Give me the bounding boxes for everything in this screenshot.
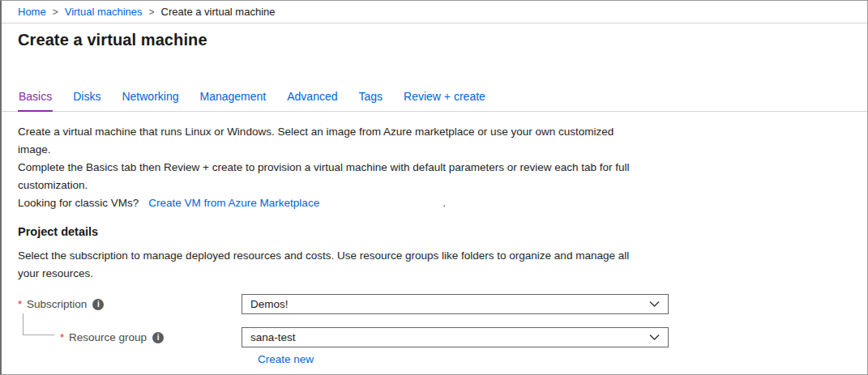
breadcrumb-home[interactable]: Home xyxy=(18,6,46,18)
subscription-dropdown-value: Demos! xyxy=(250,298,649,310)
tab-networking[interactable]: Networking xyxy=(121,90,179,111)
subscription-control: Demos! xyxy=(242,294,669,314)
subscription-row: * Subscription i Demos! xyxy=(18,294,867,314)
intro-text: Create a virtual machine that runs Linux… xyxy=(18,123,851,212)
chevron-down-icon xyxy=(649,300,660,308)
classic-vms-line: Looking for classic VMs?Create VM from A… xyxy=(18,194,851,212)
subscription-label-group: * Subscription i xyxy=(18,298,242,310)
create-new-link[interactable]: Create new xyxy=(258,353,314,365)
intro-line: customization. xyxy=(18,177,851,194)
resource-group-dropdown[interactable]: sana-test xyxy=(242,327,669,347)
breadcrumb-current: Create a virtual machine xyxy=(161,6,276,18)
chevron-down-icon xyxy=(649,334,660,341)
required-asterisk: * xyxy=(60,331,64,343)
project-details-desc-line: Select the subscription to manage deploy… xyxy=(18,247,851,265)
create-vm-marketplace-link[interactable]: Create VM from Azure Marketplace xyxy=(148,197,319,209)
subscription-label: Subscription xyxy=(27,298,87,310)
tab-basics[interactable]: Basics xyxy=(18,90,53,112)
info-icon[interactable]: i xyxy=(152,332,164,343)
resource-group-label: Resource group xyxy=(69,331,147,343)
project-details-form: * Subscription i Demos! * Resource group… xyxy=(18,294,867,366)
breadcrumb-separator: > xyxy=(53,6,58,18)
tab-advanced[interactable]: Advanced xyxy=(286,90,338,111)
intro-line: image. xyxy=(18,141,851,159)
resource-group-dropdown-value: sana-test xyxy=(250,331,649,343)
create-vm-page: Home > Virtual machines > Create a virtu… xyxy=(0,0,868,375)
intro-line: Create a virtual machine that runs Linux… xyxy=(18,123,851,141)
create-new-row: Create new xyxy=(258,352,867,366)
breadcrumb-separator: > xyxy=(149,6,155,18)
project-details-description: Select the subscription to manage deploy… xyxy=(18,247,851,283)
breadcrumb: Home > Virtual machines > Create a virtu… xyxy=(2,1,867,23)
project-details-heading: Project details xyxy=(18,225,867,238)
hierarchy-connector-line xyxy=(23,313,54,335)
trailing-period: . xyxy=(443,197,446,209)
classic-vms-label: Looking for classic VMs? xyxy=(18,197,139,209)
resource-group-control: sana-test xyxy=(242,327,669,347)
tab-tags[interactable]: Tags xyxy=(358,90,384,111)
breadcrumb-virtual-machines[interactable]: Virtual machines xyxy=(65,6,143,18)
tab-disks[interactable]: Disks xyxy=(72,90,101,111)
subscription-dropdown[interactable]: Demos! xyxy=(242,294,669,314)
required-asterisk: * xyxy=(18,298,22,310)
info-icon[interactable]: i xyxy=(92,299,104,310)
tab-review-create[interactable]: Review + create xyxy=(403,90,486,111)
project-details-desc-line: your resources. xyxy=(18,265,851,283)
tab-management[interactable]: Management xyxy=(199,90,267,111)
page-title: Create a virtual machine xyxy=(18,31,867,49)
intro-line: Complete the Basics tab then Review + cr… xyxy=(18,159,851,177)
resource-group-row: * Resource group i sana-test xyxy=(18,327,867,347)
tab-bar: Basics Disks Networking Management Advan… xyxy=(2,90,867,112)
